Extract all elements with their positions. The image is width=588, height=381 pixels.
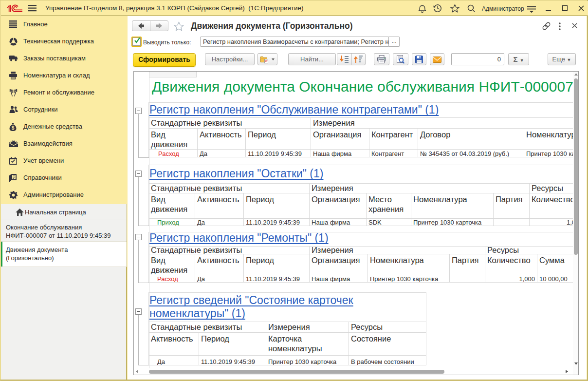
svg-text:$: $ xyxy=(12,125,15,131)
